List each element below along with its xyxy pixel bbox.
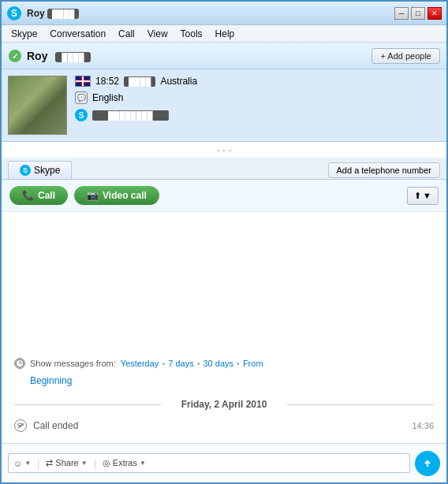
share-button[interactable]: ⇄ Share ▼ bbox=[43, 456, 90, 470]
call-event-row: Call ended 14:36 bbox=[14, 416, 434, 435]
emoji-button[interactable]: ☺ ▼ bbox=[10, 457, 34, 470]
menu-conversation[interactable]: Conversation bbox=[43, 27, 112, 41]
seven-days-link[interactable]: 7 days bbox=[168, 359, 193, 368]
profile-photo-image bbox=[9, 76, 66, 134]
call-actions-right: ⬆ ▼ bbox=[407, 187, 439, 205]
tabs-section: S Skype Add a telephone number bbox=[2, 158, 446, 180]
call-ended-icon bbox=[14, 419, 27, 432]
beginning-link[interactable]: Beginning bbox=[30, 375, 72, 386]
add-telephone-button[interactable]: Add a telephone number bbox=[328, 162, 440, 178]
emoji-icon: ☺ bbox=[13, 459, 22, 468]
maximize-button[interactable]: □ bbox=[411, 7, 425, 20]
video-call-button[interactable]: 📷 Video call bbox=[74, 186, 159, 205]
date-label: Friday, 2 April 2010 bbox=[181, 399, 267, 410]
video-camera-icon: 📷 bbox=[87, 190, 99, 201]
call-phone-icon: 📞 bbox=[22, 190, 34, 201]
clock-icon bbox=[14, 358, 25, 369]
menu-bar: Skype Conversation Call View Tools Help bbox=[2, 25, 446, 43]
more-dropdown-arrow: ▼ bbox=[423, 191, 431, 200]
toolbar-divider: | bbox=[37, 458, 39, 469]
window-title-badge: ████ bbox=[47, 9, 79, 19]
call-button[interactable]: 📞 Call bbox=[9, 186, 68, 205]
speech-bubble-icon: 💬 bbox=[75, 91, 88, 104]
profile-section: 18:52 ████ Australia 💬 English S ███████… bbox=[2, 69, 446, 142]
menu-skype[interactable]: Skype bbox=[5, 27, 43, 41]
window-title-text: Roy bbox=[27, 8, 45, 19]
profile-skype-row: S ████████ bbox=[75, 109, 440, 121]
contact-header: ✓ Roy ████ + Add people bbox=[2, 43, 446, 69]
svg-text:✓: ✓ bbox=[12, 52, 18, 61]
profile-country: Australia bbox=[160, 76, 197, 87]
tab-skype[interactable]: S Skype bbox=[8, 161, 72, 179]
menu-tools[interactable]: Tools bbox=[174, 27, 209, 41]
extras-dropdown-arrow: ▼ bbox=[140, 460, 146, 467]
profile-language-row: 💬 English bbox=[75, 91, 440, 104]
tab-skype-logo-icon: S bbox=[20, 165, 31, 176]
contact-name-badge: ████ bbox=[55, 52, 90, 62]
profile-time: 18:52 bbox=[95, 76, 119, 87]
video-call-button-label: Video call bbox=[103, 190, 147, 201]
contact-status-icon: ✓ bbox=[8, 49, 22, 63]
profile-expander[interactable]: · · · bbox=[2, 142, 446, 158]
australia-flag-icon bbox=[75, 76, 91, 87]
share-label: ⇄ Share bbox=[46, 458, 78, 468]
minimize-button[interactable]: ─ bbox=[394, 7, 409, 20]
extras-button[interactable]: ◎ Extras ▼ bbox=[99, 456, 149, 470]
profile-language: English bbox=[92, 92, 123, 103]
menu-call[interactable]: Call bbox=[112, 27, 141, 41]
chat-area[interactable]: Show messages from: Yesterday • 7 days •… bbox=[2, 212, 446, 443]
window-controls: ─ □ ✕ bbox=[394, 7, 442, 20]
menu-view[interactable]: View bbox=[141, 27, 174, 41]
date-divider: Friday, 2 April 2010 bbox=[14, 399, 434, 410]
skype-logo-icon: S bbox=[6, 6, 22, 21]
tab-skype-label: Skype bbox=[34, 165, 60, 176]
more-options-button[interactable]: ⬆ ▼ bbox=[407, 187, 439, 205]
profile-details: 18:52 ████ Australia 💬 English S ███████… bbox=[75, 76, 440, 135]
extras-label: ◎ Extras bbox=[103, 458, 137, 468]
title-bar: S Roy ████ ─ □ ✕ bbox=[2, 2, 446, 25]
skype-small-icon: S bbox=[75, 109, 88, 121]
window-title: Roy ████ bbox=[27, 8, 394, 19]
toolbar-divider2: | bbox=[94, 458, 96, 469]
add-people-button[interactable]: + Add people bbox=[371, 48, 440, 64]
menu-help[interactable]: Help bbox=[209, 27, 241, 41]
send-button[interactable] bbox=[415, 451, 440, 476]
emoji-dropdown-arrow: ▼ bbox=[24, 460, 31, 467]
profile-time-badge: ████ bbox=[124, 76, 155, 87]
profile-photo bbox=[8, 76, 67, 135]
input-area: ☺ ▼ | ⇄ Share ▼ | ◎ Extras ▼ bbox=[2, 443, 446, 482]
close-button[interactable]: ✕ bbox=[427, 7, 442, 20]
show-messages-label: Show messages from: bbox=[30, 359, 116, 368]
profile-location-row: 18:52 ████ Australia bbox=[75, 76, 440, 87]
call-ended-text: Call ended bbox=[33, 420, 78, 431]
show-messages-row: Show messages from: Yesterday • 7 days •… bbox=[14, 358, 434, 369]
svg-text:S: S bbox=[11, 8, 17, 19]
thirty-days-link[interactable]: 30 days bbox=[203, 359, 234, 368]
call-ended-time: 14:36 bbox=[412, 421, 434, 430]
share-dropdown-arrow: ▼ bbox=[81, 460, 88, 467]
call-actions: 📞 Call 📷 Video call ⬆ ▼ bbox=[2, 180, 446, 212]
profile-skype-id: ████████ bbox=[92, 110, 169, 121]
call-button-label: Call bbox=[38, 190, 55, 201]
main-window: S Roy ████ ─ □ ✕ Skype Conversation Call… bbox=[0, 0, 448, 484]
input-toolbar: ☺ ▼ | ⇄ Share ▼ | ◎ Extras ▼ bbox=[8, 453, 410, 473]
from-link[interactable]: From bbox=[243, 359, 263, 368]
contact-name: Roy ████ bbox=[27, 50, 371, 62]
yesterday-link[interactable]: Yesterday bbox=[121, 359, 159, 368]
input-wrapper: ☺ ▼ | ⇄ Share ▼ | ◎ Extras ▼ bbox=[8, 453, 410, 473]
svg-rect-8 bbox=[82, 76, 84, 87]
show-messages-links: Yesterday • 7 days • 30 days • From bbox=[121, 359, 263, 368]
upload-icon: ⬆ bbox=[414, 191, 421, 201]
